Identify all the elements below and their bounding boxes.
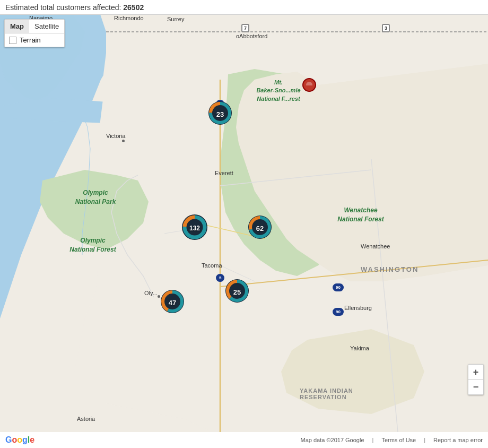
marker-25[interactable]: 25 [223, 277, 251, 307]
victoria-dot [122, 140, 125, 142]
map-footer: Google Map data ©2017 Google | Terms of … [0, 432, 488, 448]
zoom-out-button[interactable]: − [468, 380, 483, 394]
marker-62[interactable]: 62 [246, 213, 274, 243]
zoom-controls: + − [468, 364, 484, 395]
zoom-in-button[interactable]: + [468, 365, 483, 380]
marker-25-label: 25 [233, 288, 241, 296]
marker-23[interactable]: 23 [206, 99, 234, 129]
hwy-7-badge: 7 [241, 24, 249, 32]
map-type-selector: Map Satellite [5, 20, 64, 33]
map-data-text: Map data ©2017 Google [301, 437, 364, 443]
marker-132-label: 132 [189, 225, 200, 232]
map-background [0, 0, 488, 448]
marker-132[interactable]: 132 [180, 212, 210, 244]
affected-count: 26502 [123, 3, 144, 12]
header-title: Estimated total customers affected: [5, 3, 121, 12]
terrain-control[interactable]: Terrain [5, 33, 64, 47]
marker-47[interactable]: 47 [159, 288, 186, 317]
pin-marker[interactable] [302, 78, 317, 100]
marker-62-label: 62 [256, 225, 264, 232]
terrain-label: Terrain [20, 36, 41, 44]
report-link[interactable]: Report a map error [433, 437, 483, 443]
header: Estimated total customers affected: 2650… [0, 0, 488, 15]
marker-23-label: 23 [216, 110, 224, 118]
map-controls: Map Satellite Terrain [4, 19, 65, 47]
google-logo: Google [5, 435, 34, 445]
map-button[interactable]: Map [5, 20, 29, 33]
i90-badge-1: 90 [333, 283, 344, 291]
terms-link[interactable]: Terms of Use [381, 437, 416, 443]
marker-47-label: 47 [169, 299, 176, 307]
terrain-checkbox[interactable] [9, 37, 16, 44]
hwy-3-badge: 3 [382, 24, 390, 32]
i90-badge-2: 90 [333, 308, 344, 316]
map-container: Estimated total customers affected: 2650… [0, 0, 488, 448]
satellite-button[interactable]: Satellite [29, 20, 64, 33]
